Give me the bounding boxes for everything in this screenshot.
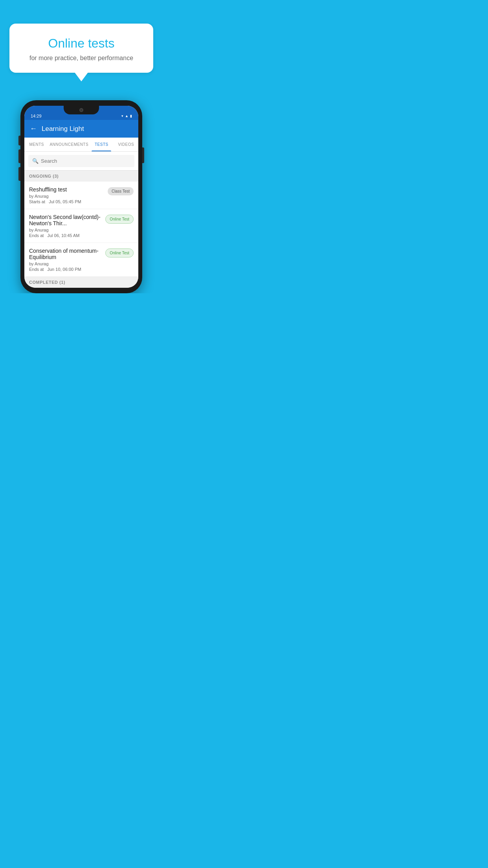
test-info: Conservation of momentum-Equilibrium by … [29, 248, 105, 272]
test-badge-online: Online Test [105, 248, 134, 257]
app-title: Learning Light [42, 125, 84, 133]
search-icon: 🔍 [32, 158, 39, 164]
wifi-icon: ▾ [121, 114, 123, 118]
test-info: Newton's Second law(contd)-Newton's Thir… [29, 214, 105, 238]
tab-tests[interactable]: TESTS [89, 138, 114, 151]
ongoing-section-label: ONGOING (3) [24, 171, 138, 182]
phone-screen: 14:29 ▾ ▲ ▮ ← Learning Light MENTS ANNOU… [24, 106, 138, 288]
phone-notch [64, 106, 99, 114]
test-badge-class: Class Test [108, 187, 134, 195]
volume-silent-button [18, 136, 20, 145]
tab-announcements[interactable]: ANNOUNCEMENTS [49, 138, 89, 151]
app-header: ← Learning Light [24, 120, 138, 138]
search-wrapper: 🔍 [28, 155, 134, 167]
test-name: Conservation of momentum-Equilibrium [29, 248, 102, 260]
tab-ments[interactable]: MENTS [24, 138, 49, 151]
tabs-container: MENTS ANNOUNCEMENTS TESTS VIDEOS [24, 138, 138, 152]
phone-camera [79, 108, 83, 112]
tab-videos[interactable]: VIDEOS [114, 138, 138, 151]
bubble-title: Online tests [19, 36, 144, 51]
completed-section-label: COMPLETED (1) [24, 277, 138, 288]
test-name: Newton's Second law(contd)-Newton's Thir… [29, 214, 102, 226]
power-button [142, 147, 144, 163]
test-info: Reshuffling test by Anurag Starts at Jul… [29, 186, 108, 204]
promo-section: Online tests for more practice, better p… [0, 0, 163, 81]
signal-icon: ▲ [125, 114, 128, 118]
test-author: by Anurag [29, 194, 105, 199]
test-time: Ends at Jul 06, 10:45 AM [29, 233, 102, 238]
phone-outer: 14:29 ▾ ▲ ▮ ← Learning Light MENTS ANNOU… [20, 100, 142, 293]
status-time: 14:29 [31, 114, 42, 118]
speech-bubble: Online tests for more practice, better p… [9, 24, 153, 73]
test-time: Ends at Jun 10, 06:00 PM [29, 267, 102, 272]
test-time: Starts at Jul 05, 05:45 PM [29, 199, 105, 204]
test-badge-online: Online Test [105, 215, 134, 224]
test-author: by Anurag [29, 228, 102, 232]
battery-icon: ▮ [130, 114, 132, 118]
search-container: 🔍 [24, 152, 138, 171]
bubble-subtitle: for more practice, better performance [19, 55, 144, 62]
volume-down-button [18, 167, 20, 181]
test-item[interactable]: Reshuffling test by Anurag Starts at Jul… [24, 182, 138, 209]
status-icons: ▾ ▲ ▮ [121, 114, 132, 118]
back-button[interactable]: ← [30, 125, 37, 133]
test-item[interactable]: Conservation of momentum-Equilibrium by … [24, 243, 138, 277]
test-item[interactable]: Newton's Second law(contd)-Newton's Thir… [24, 209, 138, 243]
phone-mockup: 14:29 ▾ ▲ ▮ ← Learning Light MENTS ANNOU… [20, 100, 142, 293]
search-input[interactable] [28, 155, 134, 167]
test-name: Reshuffling test [29, 186, 105, 193]
volume-up-button [18, 149, 20, 163]
test-author: by Anurag [29, 261, 102, 266]
